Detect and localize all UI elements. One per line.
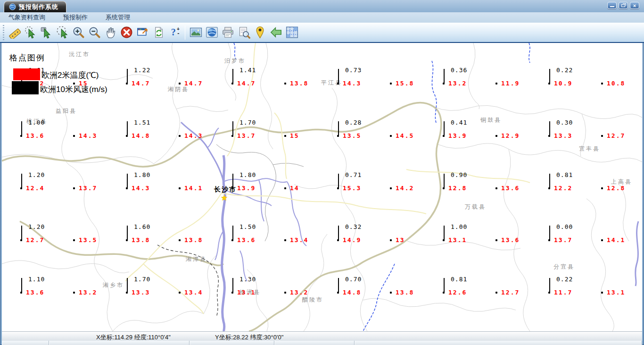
refresh-doc-tool-button[interactable] — [150, 24, 166, 41]
grid-point-dot — [390, 239, 392, 241]
minimize-button[interactable] — [607, 2, 617, 9]
close-icon: × — [630, 2, 639, 9]
wind-speed-value: 0.22 — [556, 276, 573, 283]
temperature-value: 13.6 — [501, 185, 520, 192]
select-point-tool-button[interactable] — [22, 24, 38, 41]
zoom-in-icon — [72, 26, 85, 39]
temperature-value: 14.3 — [79, 132, 97, 139]
zoom-out-tool-button[interactable] — [86, 24, 102, 41]
globe-icon — [206, 26, 218, 39]
wind-barb — [127, 278, 128, 292]
wind-speed-value: 0.28 — [345, 119, 362, 126]
wind-barb — [549, 174, 550, 188]
wind-barb — [444, 174, 445, 188]
wind-barb — [549, 226, 550, 240]
temperature-value: 13.6 — [501, 236, 520, 244]
wind-barb — [338, 226, 339, 240]
wind-barb — [21, 121, 22, 135]
select-rect-tool-button[interactable] — [38, 24, 54, 41]
temperature-value: 12.7 — [501, 289, 520, 296]
stop-icon — [120, 26, 133, 39]
wind-barb — [127, 121, 128, 135]
temperature-value: 14.7 — [132, 80, 150, 87]
help-zoom-icon: ?+- — [168, 26, 181, 39]
temperature-value: 13.7 — [237, 132, 256, 139]
temperature-value: 13.2 — [79, 289, 97, 296]
temperature-value: 14.7 — [184, 80, 203, 87]
temperature-value: 14.3 — [132, 185, 150, 192]
grid-point-dot — [284, 187, 286, 189]
temperature-value: 12.2 — [554, 185, 572, 192]
picture-icon — [190, 26, 202, 39]
wind-barb — [232, 226, 233, 240]
temperature-value: 11.7 — [554, 289, 572, 296]
wind-speed-value: 1.60 — [134, 223, 150, 230]
menu-weather-data-query[interactable]: 气象资料查询 — [6, 12, 48, 23]
menu-system-management[interactable]: 系统管理 — [103, 12, 133, 23]
restore-button[interactable] — [619, 2, 628, 9]
status-panel — [190, 341, 274, 345]
export-window-icon — [136, 26, 149, 39]
close-button[interactable]: × — [630, 2, 639, 9]
temperature-value: 10.9 — [554, 80, 572, 87]
grid-point-dot — [495, 83, 497, 84]
temperature-value: 13.6 — [237, 236, 256, 244]
wind-barb — [444, 121, 445, 135]
grid-point-dot — [284, 83, 286, 84]
grid-point-dot — [179, 187, 181, 189]
temperature-value: 12.4 — [26, 185, 44, 192]
select-lasso-icon — [56, 26, 69, 39]
wind-speed-value: 1.30 — [239, 276, 256, 283]
toolbar-grip — [3, 25, 4, 40]
zoom-out-icon — [88, 26, 101, 39]
wind-barb — [338, 174, 339, 188]
back-icon — [270, 26, 282, 39]
temperature-value: 13.4 — [184, 289, 203, 296]
wind-barb — [444, 226, 445, 240]
grid-point-dot — [495, 187, 497, 189]
print-tool-button[interactable] — [220, 24, 236, 41]
globe-tool-button[interactable] — [204, 24, 220, 41]
wind-speed-value: 0.36 — [451, 67, 467, 74]
measure-icon — [8, 26, 21, 39]
window-controls: × — [607, 2, 639, 9]
wind-speed-value: 0.73 — [345, 67, 362, 74]
temperature-value: 13.9 — [237, 185, 256, 192]
stop-tool-button[interactable] — [118, 24, 134, 41]
print-icon — [222, 26, 234, 39]
select-lasso-tool-button[interactable] — [54, 24, 70, 41]
print-preview-tool-button[interactable] — [236, 24, 252, 41]
status-panel — [274, 341, 355, 345]
temperature-value: 10.8 — [607, 80, 625, 87]
temperature-value: 15.8 — [396, 80, 414, 87]
grid-point-dot — [73, 292, 75, 294]
location-pin-tool-button[interactable] — [252, 24, 268, 41]
refresh-doc-icon — [152, 26, 165, 39]
wind-barb — [127, 69, 128, 83]
menu-forecast-production[interactable]: 预报制作 — [60, 12, 91, 23]
grid-select-tool-button[interactable] — [284, 24, 300, 41]
grid-point-dot — [284, 135, 286, 137]
export-window-tool-button[interactable] — [134, 24, 150, 41]
wind-speed-value: 0.22 — [556, 67, 573, 74]
temperature-value: 15 — [79, 80, 88, 87]
pan-tool-button[interactable] — [102, 24, 118, 41]
title-tab[interactable]: 预报制作系统 — [4, 1, 66, 12]
map-canvas[interactable]: 沅江市汨罗市湘阴县平江县益阳县桃江县铜鼓县宜丰县上高县万载县湘潭县湘乡市株洲县醴… — [2, 43, 642, 331]
wind-barb — [444, 69, 445, 83]
back-tool-button[interactable] — [268, 24, 284, 41]
zoom-in-tool-button[interactable] — [70, 24, 86, 41]
wind-speed-value: 0.00 — [556, 223, 573, 230]
wind-speed-value: 0.81 — [451, 276, 467, 283]
temperature-value: 14.2 — [396, 185, 414, 192]
wind-speed-value: 1.80 — [134, 171, 150, 178]
wind-speed-value: 1.00 — [28, 119, 45, 126]
wind-speed-value: 1.70 — [134, 276, 150, 283]
wind-speed-value: 0.71 — [345, 171, 362, 178]
help-zoom-tool-button[interactable]: ?+- — [166, 24, 182, 41]
grid-point-dot — [179, 83, 181, 84]
measure-tool-button[interactable] — [6, 24, 22, 41]
grid-point-dot — [73, 187, 75, 189]
temperature-value: 13.8 — [396, 289, 414, 296]
picture-tool-button[interactable] — [188, 24, 204, 41]
